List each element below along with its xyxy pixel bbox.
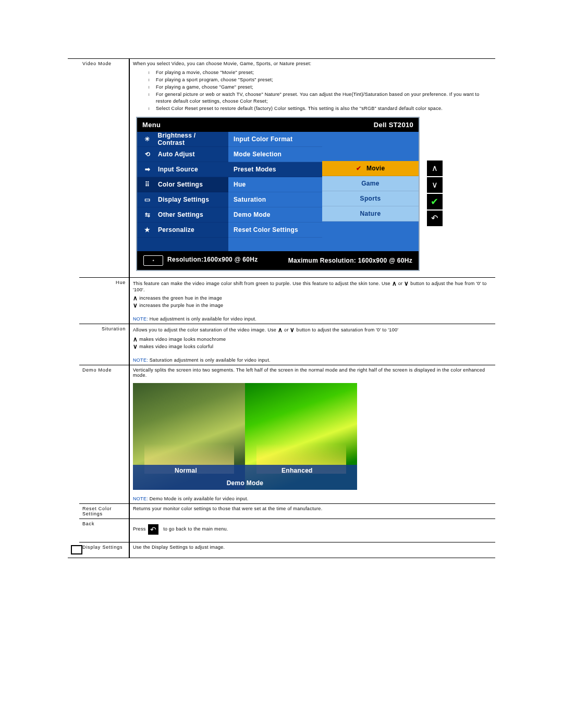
osd-item-label: Auto Adjust — [158, 151, 195, 158]
osd-main-menu: ☀Brightness / Contrast ⟲Auto Adjust ➡Inp… — [137, 132, 228, 251]
note-label: NOTE: — [133, 316, 148, 322]
auto-adjust-icon: ⟲ — [142, 149, 153, 159]
osd-item-color-settings[interactable]: ⠿Color Settings — [137, 177, 228, 192]
down-arrow-icon: ∨ — [404, 280, 409, 287]
up-arrow-icon: ∧ — [278, 326, 283, 334]
row-label-back: Back — [79, 519, 129, 542]
text: to go back to the main menu. — [163, 526, 228, 532]
text: increases the purple hue in the image — [139, 303, 223, 308]
osd-preset-sports[interactable]: Sports — [322, 191, 419, 206]
row-content-demo: Vertically splits the screen into two se… — [129, 365, 495, 503]
osd-sub-menu: Input Color Format Mode Selection Preset… — [228, 132, 322, 251]
text: button to adjust the saturation from '0'… — [297, 327, 399, 332]
overlay-enhanced-label: Enhanced — [282, 467, 313, 474]
row-label-display: Display Settings — [79, 542, 129, 558]
osd-title: Menu — [142, 121, 161, 129]
up-arrow-icon: ∧ — [133, 336, 138, 343]
up-arrow-icon: ∧ — [133, 294, 138, 302]
overlay-normal-label: Normal — [175, 467, 197, 474]
osd-preset-nature[interactable]: Nature — [322, 206, 419, 221]
row-content-display: Use the Display Settings to adjust image… — [129, 542, 495, 558]
note-text: Saturation adjustment is only available … — [148, 357, 271, 363]
osd-item-brightness[interactable]: ☀Brightness / Contrast — [137, 132, 228, 147]
text: Vertically splits the screen into two se… — [133, 367, 490, 378]
note-text: Demo Mode is only available for video in… — [148, 496, 249, 501]
note-label: NOTE: — [133, 496, 148, 501]
row-label-video-mode: Video Mode — [79, 59, 129, 277]
osd-model: Dell ST2010 — [374, 121, 413, 129]
osd-item-label: Brightness / Contrast — [158, 132, 223, 146]
osd-item-input-source[interactable]: ➡Input Source — [137, 162, 228, 177]
osd-preset-list: Movie Game Sports Nature — [322, 132, 419, 251]
text: increases the green hue in the image — [139, 295, 222, 301]
text: or — [284, 327, 290, 332]
back-icon: ↶ — [148, 524, 158, 535]
bullet-item: For playing a game, choose "Game" preset… — [149, 84, 490, 90]
row-content-hue: This feature can make the video image co… — [129, 277, 495, 324]
text: or — [398, 281, 403, 286]
text: makes video image looks colorful — [139, 344, 213, 349]
down-arrow-icon: ∨ — [290, 326, 295, 334]
row-content-back: Press ↶ to go back to the main menu. — [129, 519, 495, 542]
osd-item-label: Personalize — [158, 226, 194, 233]
other-settings-icon: ⇆ — [142, 209, 153, 220]
osd-item-label: Input Source — [158, 166, 198, 173]
osd-menu: Menu Dell ST2010 ☀Brightness / Contrast … — [136, 117, 420, 271]
bullet-item: For playing a sport program, choose "Spo… — [149, 77, 490, 83]
down-button[interactable]: ∨ — [427, 177, 443, 193]
bullet-item: For general picture or web or watch TV, … — [149, 91, 490, 104]
note-label: NOTE: — [133, 357, 148, 363]
osd-item-other-settings[interactable]: ⇆Other Settings — [137, 207, 228, 223]
demo-mode-image: Normal Enhanced Demo Mode — [133, 383, 357, 490]
row-content-saturation: Allows you to adjust the color saturatio… — [129, 324, 495, 365]
osd-menu-screenshot: Menu Dell ST2010 ☀Brightness / Contrast … — [136, 117, 487, 271]
osd-preset-movie[interactable]: Movie — [322, 161, 419, 176]
osd-side-buttons: ∧ ∨ ✔ ↶ — [427, 161, 443, 227]
osd-preset-game[interactable]: Game — [322, 176, 419, 191]
osd-item-label: Display Settings — [158, 196, 209, 203]
text: Allows you to adjust the color saturatio… — [133, 327, 278, 332]
osd-sub-input-color[interactable]: Input Color Format — [228, 132, 322, 147]
osd-sub-preset-modes[interactable]: Preset Modes — [228, 162, 322, 177]
overlay-title: Demo Mode — [133, 479, 357, 487]
video-mode-intro: When you select Video, you can choose Mo… — [133, 61, 490, 66]
text: makes video image looks monochrome — [139, 337, 226, 342]
osd-item-display-settings[interactable]: ▭Display Settings — [137, 192, 228, 207]
osd-item-personalize[interactable]: ★Personalize — [137, 223, 228, 238]
color-settings-icon: ⠿ — [142, 179, 153, 190]
star-icon: ★ — [142, 225, 153, 235]
display-settings-icon: ▭ — [142, 194, 153, 205]
text: Press — [133, 526, 146, 532]
row-label-reset: Reset Color Settings — [79, 503, 129, 519]
brightness-icon: ☀ — [142, 134, 153, 144]
row-label-demo: Demo Mode — [79, 365, 129, 503]
bullet-item: Select Color Reset preset to restore def… — [149, 105, 490, 112]
osd-sub-demo-mode[interactable]: Demo Mode — [228, 207, 322, 223]
osd-max-resolution: Maximum Resolution: 1600x900 @ 60Hz — [288, 257, 412, 264]
osd-item-auto-adjust[interactable]: ⟲Auto Adjust — [137, 147, 228, 162]
up-arrow-icon: ∧ — [392, 280, 397, 287]
row-content-reset: Returns your monitor color settings to t… — [129, 503, 495, 519]
row-label-hue: Hue — [79, 277, 129, 324]
energy-star-icon: ⋆ — [143, 255, 163, 266]
row-label-saturation: Situration — [79, 324, 129, 365]
osd-sub-reset-color[interactable]: Reset Color Settings — [228, 223, 322, 238]
osd-sub-hue[interactable]: Hue — [228, 177, 322, 192]
osd-item-label: Color Settings — [158, 181, 203, 188]
row-content-video-mode: When you select Video, you can choose Mo… — [129, 59, 495, 277]
osd-sub-mode-selection[interactable]: Mode Selection — [228, 147, 322, 162]
settings-table: Video Mode When you select Video, you ca… — [68, 59, 495, 558]
down-arrow-icon: ∨ — [133, 302, 138, 309]
ok-button[interactable]: ✔ — [427, 194, 443, 209]
video-mode-bullets: For playing a movie, choose "Movie" pres… — [149, 69, 490, 112]
back-button[interactable]: ↶ — [427, 211, 443, 226]
osd-sub-saturation[interactable]: Saturation — [228, 192, 322, 207]
down-arrow-icon: ∨ — [133, 343, 138, 350]
bullet-item: For playing a movie, choose "Movie" pres… — [149, 69, 490, 76]
osd-resolution: Resolution:1600x900 @ 60Hz — [167, 256, 258, 263]
text: This feature can make the video image co… — [133, 281, 390, 286]
manual-page: Video Mode When you select Video, you ca… — [0, 0, 563, 728]
up-button[interactable]: ∧ — [427, 161, 443, 176]
osd-item-label: Other Settings — [158, 211, 203, 218]
input-source-icon: ➡ — [142, 164, 153, 175]
